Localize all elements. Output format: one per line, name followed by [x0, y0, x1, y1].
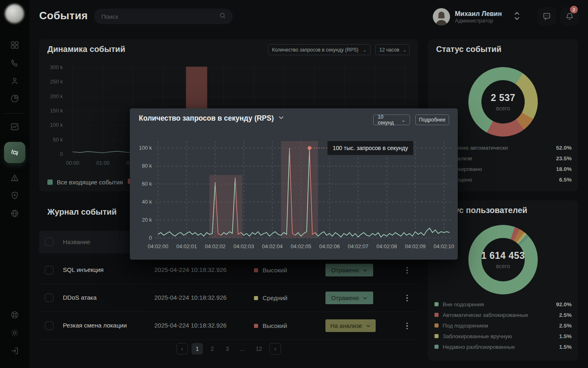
next-page-button[interactable]: ›	[270, 343, 281, 355]
table-row: Резкая смена локации 2025-04-224 10:18:3…	[39, 312, 418, 340]
donut-legend-item: Заблокированные вручную 1.5%	[434, 331, 572, 341]
row-menu-button[interactable]	[401, 320, 413, 332]
severity: Высокий	[254, 267, 287, 274]
event-time: 2025-04-224 10:18:32.926	[154, 322, 227, 329]
search-icon	[219, 12, 226, 21]
page-ellipsis[interactable]: …	[237, 343, 248, 355]
events-total-label: всего	[496, 105, 510, 112]
sidebar-item-reports[interactable]	[0, 90, 29, 108]
sidebar-item-support[interactable]	[0, 306, 29, 324]
events-status-title: Статус событий	[436, 45, 501, 54]
sidebar-item-dashboard[interactable]	[0, 36, 29, 54]
severity: Средний	[254, 294, 287, 301]
row-menu-button[interactable]	[401, 264, 413, 276]
page-1[interactable]: 1	[192, 343, 203, 355]
column-name: Название	[63, 238, 90, 245]
event-name: DDoS атака	[63, 294, 96, 301]
chevron-down-icon	[363, 296, 368, 301]
legend-swatch	[434, 313, 439, 317]
user-role: Администратор	[455, 18, 502, 24]
page-3[interactable]: 3	[222, 343, 233, 355]
globe-icon	[10, 209, 19, 218]
event-name: SQL инъекция	[63, 266, 104, 273]
severity-dot	[254, 296, 258, 300]
donut-legend-item: Автоматически заблокированные 2.5%	[434, 310, 572, 320]
app-root: События Михаил Левин Администратор 2 Дин…	[0, 0, 588, 368]
events-flow-icon	[10, 148, 20, 157]
sidebar-item-users[interactable]	[0, 72, 29, 90]
users-status-center: 1 614 453 всего	[468, 225, 538, 294]
gear-icon	[10, 328, 19, 337]
pie-chart-icon	[10, 94, 19, 103]
chevron-down-icon	[363, 268, 368, 273]
sidebar-item-calls[interactable]	[0, 54, 29, 72]
select-all-checkbox[interactable]	[45, 238, 53, 246]
status-select[interactable]: На анализе	[325, 319, 376, 332]
notification-badge: 2	[570, 6, 578, 13]
logout-icon	[10, 346, 19, 355]
sidebar-item-logout[interactable]	[0, 342, 29, 360]
warning-triangle-icon	[10, 173, 19, 182]
sidebar-divider	[4, 113, 25, 114]
status-select[interactable]: Отражено	[325, 264, 373, 276]
rps-chart	[130, 108, 458, 260]
shield-icon	[10, 191, 19, 200]
search-input[interactable]	[101, 13, 219, 20]
chevron-down-icon	[366, 323, 371, 328]
severity: Высокий	[254, 322, 287, 329]
legend-swatch	[47, 180, 53, 185]
lifebuoy-icon	[10, 310, 19, 319]
phone-icon	[10, 58, 19, 67]
chevron-updown-icon[interactable]	[514, 11, 520, 22]
status-select[interactable]: Отражено	[325, 292, 373, 304]
event-time: 2025-04-224 10:18:32.926	[154, 294, 227, 301]
table-row: SQL инъекция 2025-04-224 10:18:32.926 Вы…	[39, 256, 418, 284]
row-checkbox[interactable]	[45, 266, 53, 274]
donut-legend-item: Под подозрением 2.5%	[434, 320, 572, 331]
pagination: ‹123…12›	[0, 343, 457, 355]
rps-modal: Количество запросов в секунду (RPS) 10 с…	[130, 108, 458, 260]
severity-dot	[254, 268, 258, 272]
chart-tooltip: 100 тыс. запросов в секунду	[327, 141, 413, 155]
users-total: 1 614 453	[481, 250, 525, 261]
sidebar	[0, 0, 29, 368]
table-row: DDoS атака 2025-04-224 10:18:32.926 Сред…	[39, 284, 418, 312]
prev-page-button[interactable]: ‹	[176, 343, 188, 355]
severity-dot	[254, 324, 258, 328]
notifications-button[interactable]: 2	[560, 7, 579, 26]
user-menu[interactable]: Михаил Левин Администратор	[433, 7, 520, 27]
sidebar-item-events[interactable]	[4, 142, 25, 163]
event-name: Резкая смена локации	[63, 322, 127, 329]
line-chart-icon	[10, 122, 19, 131]
page-12[interactable]: 12	[252, 343, 266, 355]
events-total: 2 537	[491, 92, 515, 103]
sidebar-item-settings[interactable]	[0, 324, 29, 342]
page-title: События	[39, 9, 88, 22]
user-name: Михаил Левин	[455, 10, 502, 18]
donut-legend-item: Вне подозрения 92.0%	[434, 299, 572, 310]
sidebar-item-security[interactable]	[0, 186, 29, 204]
events-status-center: 2 537 всего	[468, 67, 538, 137]
legend-swatch	[434, 323, 439, 328]
sidebar-item-alerts[interactable]	[0, 169, 29, 187]
page-2[interactable]: 2	[207, 343, 218, 355]
legend-swatch	[434, 334, 439, 338]
search-bar[interactable]	[94, 9, 233, 24]
legend-item: Все входящие события	[47, 179, 123, 186]
user-icon	[10, 76, 19, 85]
avatar	[433, 8, 450, 25]
chat-icon	[542, 12, 551, 21]
sidebar-item-analytics[interactable]	[0, 118, 29, 136]
dashboard-icon	[10, 40, 19, 49]
brand-logo	[5, 4, 24, 23]
row-checkbox[interactable]	[45, 321, 53, 330]
row-menu-button[interactable]	[401, 292, 413, 304]
sidebar-item-network[interactable]	[0, 204, 29, 222]
event-time: 2025-04-224 10:18:32.926	[154, 266, 227, 273]
legend-swatch	[434, 302, 439, 306]
messages-button[interactable]	[537, 7, 556, 26]
users-total-label: всего	[496, 263, 510, 269]
row-checkbox[interactable]	[45, 294, 53, 302]
journal-title: Журнал событий	[47, 207, 117, 217]
